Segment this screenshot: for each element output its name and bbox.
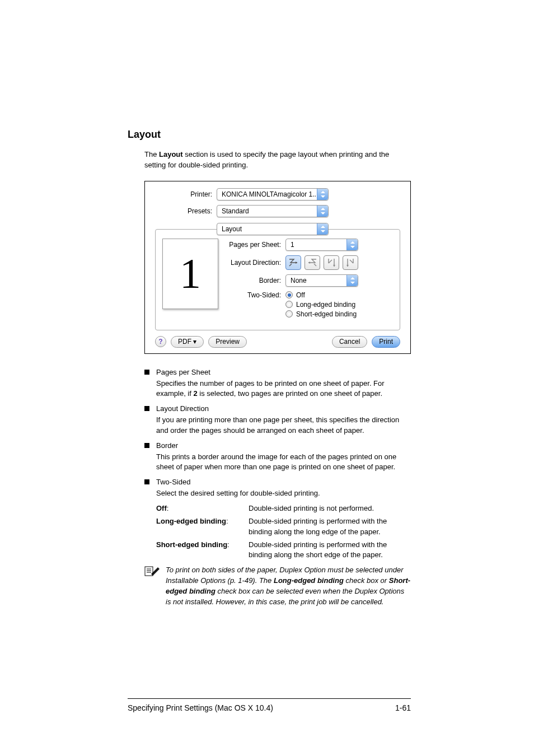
presets-select-value: Standard	[217, 207, 317, 215]
bullet-icon	[144, 479, 149, 484]
direction-z-ltr-button[interactable]	[285, 255, 301, 270]
intro-bold: Layout	[159, 150, 183, 158]
def-desc-off: Double-sided printing is not performed.	[249, 503, 411, 514]
bullet-list: Pages per Sheet Specifies the number of …	[144, 367, 411, 499]
def-desc-short: Double-sided printing is performed with …	[249, 540, 411, 561]
bullet-title: Two-Sided	[156, 477, 320, 488]
def-term-short: Short-edged binding	[156, 540, 227, 549]
bullet-text: This prints a border around the image fo…	[156, 452, 396, 472]
note-c: check box or	[344, 576, 389, 585]
direction-label: Layout Direction:	[225, 259, 285, 267]
cancel-button[interactable]: Cancel	[332, 336, 367, 348]
updown-icon	[317, 223, 328, 235]
preview-button[interactable]: Preview	[208, 336, 247, 348]
printer-label: Printer:	[155, 190, 217, 198]
bullet-two-sided: Two-Sided Select the desired setting for…	[144, 477, 411, 499]
help-icon: ?	[158, 338, 162, 346]
bullet-text: If you are printing more than one page p…	[156, 416, 399, 435]
panel-select[interactable]: Layout	[217, 223, 329, 235]
twosided-off-label: Off	[296, 291, 305, 299]
presets-row: Presets: Standard	[155, 205, 400, 217]
bullet-text: Select the desired setting for double-si…	[156, 489, 320, 497]
def-row-short: Short-edged binding: Double-sided printi…	[156, 540, 411, 561]
bullet-icon	[144, 443, 149, 448]
bullet-text-bold: 2	[193, 389, 197, 398]
def-term-off: Off	[156, 504, 167, 512]
bullet-text-b: is selected, two pages are printed on on…	[198, 389, 382, 398]
twosided-options: Off Long-edged binding Short-edged bindi…	[285, 291, 357, 320]
def-row-long: Long-edged binding: Double-sided printin…	[156, 516, 411, 538]
printer-row: Printer: KONICA MINOLTAmagicolor 1...	[155, 188, 400, 200]
updown-icon	[346, 275, 358, 286]
pdf-label: PDF ▾	[178, 338, 196, 346]
pdf-menu-button[interactable]: PDF ▾	[171, 336, 204, 348]
twosided-short-option[interactable]: Short-edged binding	[285, 310, 357, 318]
bullet-title: Layout Direction	[156, 404, 411, 414]
printer-select[interactable]: KONICA MINOLTAmagicolor 1...	[217, 188, 329, 200]
dialog-footer: ? PDF ▾ Preview Cancel Print	[155, 336, 400, 348]
direction-row: Layout Direction:	[225, 255, 393, 270]
footer-right: 1-61	[395, 703, 411, 712]
bullet-icon	[144, 370, 149, 375]
bullet-title: Border	[156, 441, 411, 451]
bullet-icon	[144, 406, 149, 411]
pps-value: 1	[286, 241, 346, 249]
preview-number: 1	[180, 249, 201, 298]
note-block: To print on both sides of the paper, Dup…	[144, 565, 411, 607]
page-preview: 1	[162, 239, 218, 309]
twosided-short-label: Short-edged binding	[296, 310, 357, 318]
print-dialog: Printer: KONICA MINOLTAmagicolor 1... Pr…	[144, 181, 411, 354]
presets-select[interactable]: Standard	[217, 205, 329, 217]
direction-buttons	[285, 255, 358, 270]
note-b1: Long-edged binding	[274, 576, 344, 585]
note-text: To print on both sides of the paper, Dup…	[166, 565, 411, 607]
definition-list: Off: Double-sided printing is not perfor…	[156, 503, 411, 561]
border-select[interactable]: None	[285, 274, 358, 287]
border-label: Border:	[225, 277, 285, 284]
pages-per-sheet-select[interactable]: 1	[285, 239, 358, 251]
layout-options: Pages per Sheet: 1 Layout Direction:	[225, 239, 393, 324]
bullet-pages-per-sheet: Pages per Sheet Specifies the number of …	[144, 367, 411, 400]
page-footer: Specifying Print Settings (Mac OS X 10.4…	[128, 698, 411, 712]
direction-n-down-button[interactable]	[324, 255, 339, 270]
layout-panel: 1 Pages per Sheet: 1 Layout Direction:	[155, 229, 400, 330]
radio-icon	[285, 310, 293, 318]
bullet-title: Pages per Sheet	[156, 367, 411, 378]
updown-icon	[317, 189, 328, 200]
twosided-label: Two-Sided:	[225, 291, 285, 299]
panel-select-value: Layout	[217, 225, 317, 233]
intro-pre: The	[144, 150, 159, 158]
def-term-long: Long-edged binding	[156, 517, 226, 525]
help-button[interactable]: ?	[155, 336, 166, 347]
twosided-off-option[interactable]: Off	[285, 291, 357, 299]
twosided-row: Two-Sided: Off Long-edged binding Sho	[225, 291, 393, 320]
printer-select-value: KONICA MINOLTAmagicolor 1...	[217, 190, 317, 198]
preview-label: Preview	[216, 338, 240, 346]
intro-paragraph: The Layout section is used to specify th…	[144, 150, 411, 171]
direction-s-rtl-button[interactable]	[305, 255, 320, 270]
bullet-layout-direction: Layout Direction If you are printing mor…	[144, 404, 411, 436]
print-label: Print	[379, 338, 393, 346]
updown-icon	[346, 239, 358, 250]
def-desc-long: Double-sided printing is performed with …	[249, 516, 411, 538]
twosided-long-option[interactable]: Long-edged binding	[285, 301, 357, 309]
radio-icon	[285, 301, 293, 308]
pps-label: Pages per Sheet:	[225, 241, 285, 249]
print-button[interactable]: Print	[372, 336, 400, 348]
radio-icon	[285, 291, 293, 298]
updown-icon	[317, 206, 328, 217]
footer-left: Specifying Print Settings (Mac OS X 10.4…	[128, 703, 273, 712]
border-value: None	[286, 277, 346, 284]
direction-n-down-rtl-button[interactable]	[343, 255, 358, 270]
presets-label: Presets:	[155, 207, 217, 215]
pps-row: Pages per Sheet: 1	[225, 239, 393, 251]
border-row: Border: None	[225, 274, 393, 287]
def-row-off: Off: Double-sided printing is not perfor…	[156, 503, 411, 514]
note-icon	[144, 565, 160, 607]
bullet-border: Border This prints a border around the i…	[144, 441, 411, 473]
cancel-label: Cancel	[339, 338, 360, 346]
twosided-long-label: Long-edged binding	[296, 301, 355, 309]
section-heading: Layout	[128, 129, 411, 141]
